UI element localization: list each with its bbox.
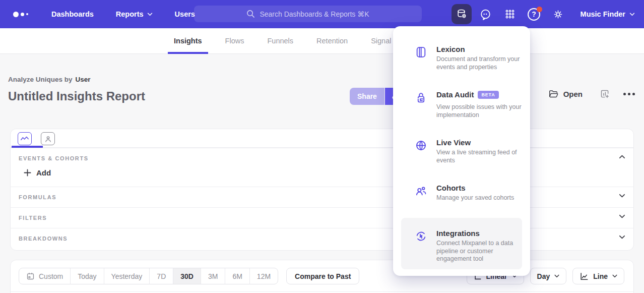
section-label: FORMULAS [19, 194, 56, 200]
settings-gear-icon [552, 8, 564, 21]
more-options-button[interactable] [623, 93, 635, 95]
menu-item-desc: View a live streaming feed of events [436, 149, 526, 164]
apps-grid-button[interactable] [500, 4, 520, 24]
menu-item-title: Lexicon [436, 45, 465, 53]
menu-item-title: Cohorts [436, 184, 466, 192]
nav-reports[interactable]: Reports [116, 10, 153, 18]
tab-flows[interactable]: Flows [225, 28, 244, 54]
section-breakdowns[interactable]: BREAKDOWNS [11, 228, 633, 249]
menu-item-desc: Connect Mixpanel to a data pipeline or c… [436, 240, 526, 263]
menu-item-desc: View possible issues with your implement… [436, 103, 526, 119]
database-gear-icon [456, 8, 468, 20]
search-placeholder: Search Dashboards & Reports ⌘K [260, 10, 369, 18]
section-events-cohorts: EVENTS & COHORTS Add [11, 148, 633, 187]
chevron-down-icon [612, 274, 617, 278]
calendar-icon [26, 272, 35, 280]
nav-dashboards[interactable]: Dashboards [51, 10, 94, 18]
chevron-up-icon[interactable] [619, 155, 625, 159]
feedback-button[interactable] [476, 4, 496, 24]
date-today[interactable]: Today [70, 268, 103, 284]
breadcrumb-entity[interactable]: User [76, 76, 91, 83]
events-mode-tab[interactable] [18, 132, 32, 145]
tab-retention[interactable]: Retention [316, 28, 348, 54]
add-event-button[interactable]: Add [24, 168, 51, 177]
tab-funnels-label: Funnels [267, 37, 293, 45]
open-report-button[interactable]: Open [548, 89, 583, 99]
people-icon [415, 185, 427, 197]
date-range-controls: Custom Today Yesterday 7D 30D 3M 6M 12M … [19, 268, 359, 284]
breadcrumb: Analyze Uniques byUser [8, 76, 91, 83]
chevron-down-icon[interactable] [619, 235, 625, 239]
chevron-down-icon [554, 274, 559, 278]
board-plus-icon [600, 89, 610, 99]
tab-signal[interactable]: Signal [371, 28, 391, 54]
settings-button[interactable] [548, 4, 568, 24]
project-switcher[interactable]: Music Finder [581, 10, 635, 18]
chat-bubble-icon [479, 8, 492, 21]
section-label: BREAKDOWNS [19, 236, 68, 242]
project-name: Music Finder [581, 10, 625, 18]
nav-users-label: Users [175, 10, 195, 18]
breadcrumb-prefix: Analyze Uniques by [8, 76, 73, 83]
tab-signal-label: Signal [371, 37, 391, 45]
date-custom-label: Custom [39, 272, 63, 280]
query-builder-card: EVENTS & COHORTS Add FORMULAS FILTERS [10, 129, 634, 251]
tab-flows-label: Flows [225, 37, 244, 45]
data-management-button[interactable] [452, 4, 472, 24]
section-label: EVENTS & COHORTS [19, 155, 89, 161]
add-label: Add [36, 168, 51, 177]
menu-item-desc: Manage your saved cohorts [436, 194, 526, 202]
chevron-down-icon [147, 13, 153, 16]
chevron-down-icon[interactable] [619, 194, 625, 198]
mixpanel-logo-icon[interactable] [13, 12, 33, 17]
global-search-input[interactable]: Search Dashboards & Reports ⌘K [194, 6, 422, 22]
interval-dropdown[interactable]: Day [530, 268, 567, 284]
chevron-down-icon [629, 13, 635, 16]
date-7d[interactable]: 7D [149, 268, 173, 284]
section-formulas[interactable]: FORMULAS [11, 187, 633, 207]
menu-item-title: Integrations [436, 229, 480, 238]
share-button[interactable]: Share [350, 88, 384, 105]
topbar-tools: ? Music Finder [452, 0, 635, 28]
report-tabbar: Insights Flows Funnels Retention Signal … [0, 28, 644, 54]
lock-icon [415, 91, 427, 104]
users-mode-tab[interactable] [41, 132, 55, 145]
chart-type-label: Line [593, 272, 608, 280]
date-30d[interactable]: 30D [173, 268, 201, 284]
folder-icon [548, 89, 559, 99]
mixpanel-app: Dashboards Reports Users Search Dashboar… [0, 0, 644, 293]
report-actions: New Open [514, 89, 635, 99]
chevron-down-icon[interactable] [619, 214, 625, 218]
tab-insights[interactable]: Insights [174, 28, 202, 54]
add-to-board-button[interactable] [600, 89, 610, 99]
page-title[interactable]: Untitled Insights Report [8, 89, 145, 103]
date-yesterday[interactable]: Yesterday [104, 268, 150, 284]
primary-nav: Dashboards Reports Users [51, 10, 195, 18]
tab-retention-label: Retention [316, 37, 348, 45]
chart-type-dropdown[interactable]: Line [572, 268, 624, 284]
date-6m[interactable]: 6M [225, 268, 249, 284]
beta-badge: BETA [478, 91, 498, 99]
help-button[interactable]: ? [524, 4, 544, 24]
book-icon [415, 46, 427, 58]
nav-users[interactable]: Users [175, 10, 195, 18]
menu-item-title: Data Audit [436, 90, 474, 99]
notification-dot [537, 7, 542, 12]
search-icon [246, 10, 255, 18]
date-custom[interactable]: Custom [19, 268, 70, 284]
person-icon [44, 135, 52, 143]
open-label: Open [563, 90, 583, 98]
sync-icon [415, 230, 427, 243]
date-3m[interactable]: 3M [201, 268, 225, 284]
date-range-segmented-control: Custom Today Yesterday 7D 30D 3M 6M 12M [19, 268, 278, 284]
top-navigation-bar: Dashboards Reports Users Search Dashboar… [0, 0, 644, 28]
section-filters[interactable]: FILTERS [11, 207, 633, 228]
globe-icon [415, 139, 427, 152]
menu-item-title: Live View [436, 138, 471, 147]
line-chart-icon [20, 135, 29, 143]
nav-dashboards-label: Dashboards [51, 10, 94, 18]
controls-divider [11, 291, 633, 292]
tab-funnels[interactable]: Funnels [267, 28, 293, 54]
compare-to-past-button[interactable]: Compare to Past [286, 268, 359, 284]
date-12m[interactable]: 12M [249, 268, 278, 284]
